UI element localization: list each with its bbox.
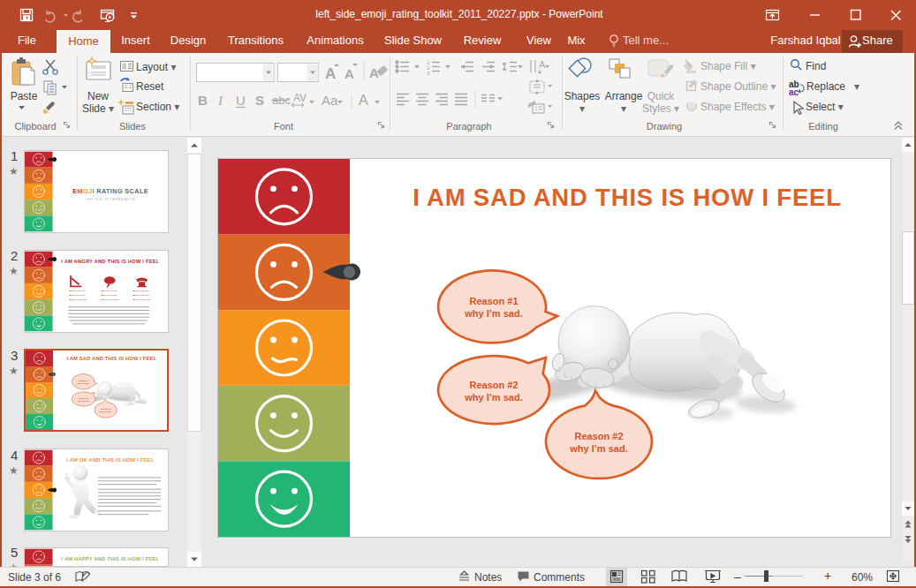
svg-text:I AM HAPPY AND THIS IS HOW I F: I AM HAPPY AND THIS IS HOW I FEEL [62,556,160,562]
svg-text:■ Bullet Point Three: ■ Bullet Point Three [102,298,119,300]
svg-text:■ Bullet Point One: ■ Bullet Point One [70,290,87,291]
svg-text:LEFT SIDE OF PRESENTATION: LEFT SIDE OF PRESENTATION [86,198,135,201]
svg-text:A: A [325,65,336,82]
svg-text:AV: AV [293,92,307,104]
svg-text:I AM OK AND THIS IS HOW I FEEL: I AM OK AND THIS IS HOW I FEEL [66,457,154,463]
svg-text:S: S [255,93,264,108]
svg-text:EMOJI RATING SCALE: EMOJI RATING SCALE [72,187,148,195]
svg-text:U: U [236,93,246,108]
svg-text:■ Bullet Point One: ■ Bullet Point One [133,290,150,291]
svg-text:Aa: Aa [322,93,338,108]
svg-text:B: B [198,93,208,108]
svg-text:I: I [217,94,223,108]
svg-text:■ Bullet Point Three: ■ Bullet Point Three [133,298,151,300]
svg-text:I AM ANGRY AND THIS IS HOW I F: I AM ANGRY AND THIS IS HOW I FEEL [61,259,159,264]
svg-text:■ Bullet Point One: ■ Bullet Point One [102,290,118,291]
svg-text:3: 3 [427,71,430,76]
svg-text:■ Bullet Point Two: ■ Bullet Point Two [102,294,118,296]
svg-text:■ Bullet Point Three: ■ Bullet Point Three [70,298,87,300]
svg-text:A: A [344,66,354,81]
svg-text:A: A [359,93,368,108]
svg-text:■ Bullet Point Two: ■ Bullet Point Two [133,294,150,296]
svg-text:A: A [539,59,546,70]
svg-text:■ Bullet Point Two: ■ Bullet Point Two [70,294,87,296]
svg-text:A: A [369,65,379,80]
svg-text:ac: ac [789,87,799,97]
